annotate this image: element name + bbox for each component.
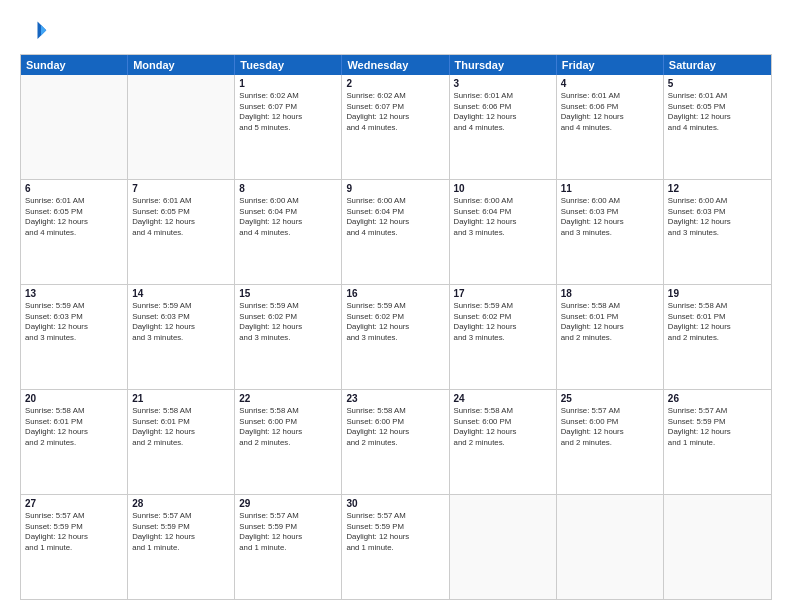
day-number: 12 [668, 183, 767, 194]
calendar-cell [128, 75, 235, 179]
calendar-cell: 7Sunrise: 6:01 AM Sunset: 6:05 PM Daylig… [128, 180, 235, 284]
calendar-cell: 28Sunrise: 5:57 AM Sunset: 5:59 PM Dayli… [128, 495, 235, 599]
day-info: Sunrise: 6:00 AM Sunset: 6:03 PM Dayligh… [561, 196, 659, 238]
day-info: Sunrise: 6:01 AM Sunset: 6:06 PM Dayligh… [561, 91, 659, 133]
day-number: 3 [454, 78, 552, 89]
day-number: 18 [561, 288, 659, 299]
logo [20, 18, 52, 46]
weekday-header: Monday [128, 55, 235, 75]
calendar-cell [557, 495, 664, 599]
weekday-header: Wednesday [342, 55, 449, 75]
calendar-cell: 2Sunrise: 6:02 AM Sunset: 6:07 PM Daylig… [342, 75, 449, 179]
day-info: Sunrise: 5:58 AM Sunset: 6:00 PM Dayligh… [346, 406, 444, 448]
header [20, 18, 772, 46]
day-number: 11 [561, 183, 659, 194]
day-info: Sunrise: 5:58 AM Sunset: 6:01 PM Dayligh… [132, 406, 230, 448]
calendar-cell: 29Sunrise: 5:57 AM Sunset: 5:59 PM Dayli… [235, 495, 342, 599]
day-number: 29 [239, 498, 337, 509]
calendar: SundayMondayTuesdayWednesdayThursdayFrid… [20, 54, 772, 600]
calendar-cell: 24Sunrise: 5:58 AM Sunset: 6:00 PM Dayli… [450, 390, 557, 494]
calendar-cell: 27Sunrise: 5:57 AM Sunset: 5:59 PM Dayli… [21, 495, 128, 599]
day-number: 27 [25, 498, 123, 509]
day-info: Sunrise: 6:00 AM Sunset: 6:03 PM Dayligh… [668, 196, 767, 238]
day-info: Sunrise: 5:57 AM Sunset: 5:59 PM Dayligh… [668, 406, 767, 448]
day-number: 2 [346, 78, 444, 89]
svg-marker-1 [41, 25, 46, 36]
calendar-cell: 3Sunrise: 6:01 AM Sunset: 6:06 PM Daylig… [450, 75, 557, 179]
calendar-cell: 10Sunrise: 6:00 AM Sunset: 6:04 PM Dayli… [450, 180, 557, 284]
day-info: Sunrise: 5:59 AM Sunset: 6:02 PM Dayligh… [346, 301, 444, 343]
day-number: 26 [668, 393, 767, 404]
weekday-header: Thursday [450, 55, 557, 75]
day-number: 17 [454, 288, 552, 299]
calendar-cell: 16Sunrise: 5:59 AM Sunset: 6:02 PM Dayli… [342, 285, 449, 389]
calendar-cell: 11Sunrise: 6:00 AM Sunset: 6:03 PM Dayli… [557, 180, 664, 284]
page: SundayMondayTuesdayWednesdayThursdayFrid… [0, 0, 792, 612]
weekday-header: Sunday [21, 55, 128, 75]
day-info: Sunrise: 6:00 AM Sunset: 6:04 PM Dayligh… [239, 196, 337, 238]
calendar-cell [664, 495, 771, 599]
calendar-row: 13Sunrise: 5:59 AM Sunset: 6:03 PM Dayli… [21, 285, 771, 390]
calendar-row: 6Sunrise: 6:01 AM Sunset: 6:05 PM Daylig… [21, 180, 771, 285]
calendar-cell: 12Sunrise: 6:00 AM Sunset: 6:03 PM Dayli… [664, 180, 771, 284]
day-number: 19 [668, 288, 767, 299]
day-info: Sunrise: 6:01 AM Sunset: 6:05 PM Dayligh… [132, 196, 230, 238]
day-info: Sunrise: 5:57 AM Sunset: 5:59 PM Dayligh… [346, 511, 444, 553]
calendar-cell: 1Sunrise: 6:02 AM Sunset: 6:07 PM Daylig… [235, 75, 342, 179]
day-info: Sunrise: 5:57 AM Sunset: 5:59 PM Dayligh… [25, 511, 123, 553]
day-info: Sunrise: 6:01 AM Sunset: 6:06 PM Dayligh… [454, 91, 552, 133]
calendar-cell: 25Sunrise: 5:57 AM Sunset: 6:00 PM Dayli… [557, 390, 664, 494]
calendar-cell: 15Sunrise: 5:59 AM Sunset: 6:02 PM Dayli… [235, 285, 342, 389]
calendar-row: 20Sunrise: 5:58 AM Sunset: 6:01 PM Dayli… [21, 390, 771, 495]
day-number: 30 [346, 498, 444, 509]
weekday-header: Saturday [664, 55, 771, 75]
day-info: Sunrise: 6:00 AM Sunset: 6:04 PM Dayligh… [346, 196, 444, 238]
day-number: 28 [132, 498, 230, 509]
calendar-cell [21, 75, 128, 179]
day-info: Sunrise: 6:01 AM Sunset: 6:05 PM Dayligh… [668, 91, 767, 133]
day-number: 9 [346, 183, 444, 194]
day-info: Sunrise: 5:59 AM Sunset: 6:02 PM Dayligh… [454, 301, 552, 343]
day-number: 10 [454, 183, 552, 194]
calendar-cell: 20Sunrise: 5:58 AM Sunset: 6:01 PM Dayli… [21, 390, 128, 494]
calendar-header: SundayMondayTuesdayWednesdayThursdayFrid… [21, 55, 771, 75]
calendar-cell: 5Sunrise: 6:01 AM Sunset: 6:05 PM Daylig… [664, 75, 771, 179]
calendar-cell: 14Sunrise: 5:59 AM Sunset: 6:03 PM Dayli… [128, 285, 235, 389]
day-info: Sunrise: 5:57 AM Sunset: 6:00 PM Dayligh… [561, 406, 659, 448]
calendar-cell: 17Sunrise: 5:59 AM Sunset: 6:02 PM Dayli… [450, 285, 557, 389]
day-info: Sunrise: 5:59 AM Sunset: 6:02 PM Dayligh… [239, 301, 337, 343]
calendar-body: 1Sunrise: 6:02 AM Sunset: 6:07 PM Daylig… [21, 75, 771, 599]
day-info: Sunrise: 5:58 AM Sunset: 6:00 PM Dayligh… [454, 406, 552, 448]
calendar-cell: 23Sunrise: 5:58 AM Sunset: 6:00 PM Dayli… [342, 390, 449, 494]
day-number: 14 [132, 288, 230, 299]
day-number: 6 [25, 183, 123, 194]
day-number: 24 [454, 393, 552, 404]
day-info: Sunrise: 5:58 AM Sunset: 6:01 PM Dayligh… [25, 406, 123, 448]
day-info: Sunrise: 6:00 AM Sunset: 6:04 PM Dayligh… [454, 196, 552, 238]
day-number: 1 [239, 78, 337, 89]
calendar-cell: 18Sunrise: 5:58 AM Sunset: 6:01 PM Dayli… [557, 285, 664, 389]
day-number: 25 [561, 393, 659, 404]
calendar-cell: 22Sunrise: 5:58 AM Sunset: 6:00 PM Dayli… [235, 390, 342, 494]
weekday-header: Friday [557, 55, 664, 75]
calendar-cell: 26Sunrise: 5:57 AM Sunset: 5:59 PM Dayli… [664, 390, 771, 494]
calendar-cell: 8Sunrise: 6:00 AM Sunset: 6:04 PM Daylig… [235, 180, 342, 284]
calendar-cell: 13Sunrise: 5:59 AM Sunset: 6:03 PM Dayli… [21, 285, 128, 389]
day-number: 21 [132, 393, 230, 404]
calendar-cell: 21Sunrise: 5:58 AM Sunset: 6:01 PM Dayli… [128, 390, 235, 494]
calendar-cell: 19Sunrise: 5:58 AM Sunset: 6:01 PM Dayli… [664, 285, 771, 389]
day-number: 22 [239, 393, 337, 404]
day-info: Sunrise: 5:59 AM Sunset: 6:03 PM Dayligh… [132, 301, 230, 343]
day-info: Sunrise: 6:01 AM Sunset: 6:05 PM Dayligh… [25, 196, 123, 238]
calendar-row: 1Sunrise: 6:02 AM Sunset: 6:07 PM Daylig… [21, 75, 771, 180]
day-number: 23 [346, 393, 444, 404]
day-number: 4 [561, 78, 659, 89]
day-info: Sunrise: 6:02 AM Sunset: 6:07 PM Dayligh… [346, 91, 444, 133]
calendar-row: 27Sunrise: 5:57 AM Sunset: 5:59 PM Dayli… [21, 495, 771, 599]
calendar-cell: 9Sunrise: 6:00 AM Sunset: 6:04 PM Daylig… [342, 180, 449, 284]
day-info: Sunrise: 5:59 AM Sunset: 6:03 PM Dayligh… [25, 301, 123, 343]
day-info: Sunrise: 5:57 AM Sunset: 5:59 PM Dayligh… [239, 511, 337, 553]
day-number: 5 [668, 78, 767, 89]
day-info: Sunrise: 6:02 AM Sunset: 6:07 PM Dayligh… [239, 91, 337, 133]
day-number: 13 [25, 288, 123, 299]
